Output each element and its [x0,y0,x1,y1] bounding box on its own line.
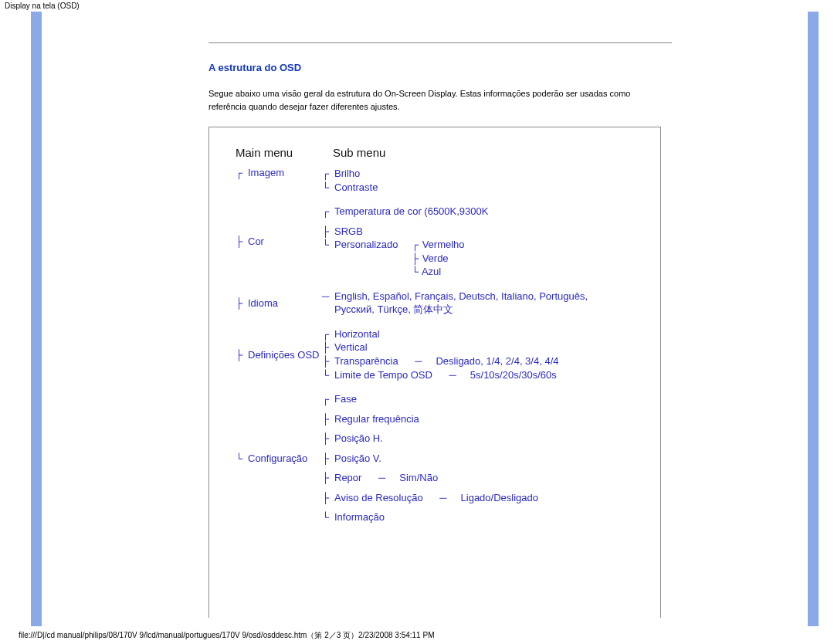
menu-pers-r: Vermelho [422,239,465,250]
tree-connector-icon: ├ [412,252,419,266]
column-head-main: Main menu [236,146,333,159]
osd-tree-box: Main menu Sub menu ┌Imagem ┌Brilho └Cont… [208,127,661,618]
menu-cfg-freq: Regular frequência [334,412,419,426]
tree-connector-icon: ┌ [412,238,419,252]
menu-idioma-line1: English, Español, Français, Deutsch, Ita… [334,290,588,303]
tree-connector-icon: ┌ [322,167,330,181]
tree-connector-icon: ├ [322,491,330,505]
menu-sub-brilho: Brilho [334,167,360,181]
tree-connector-icon: ├ [322,432,330,446]
tree-connector-icon: ─ [438,491,449,505]
tree-connector-icon: ├ [236,349,243,361]
column-head-sub: Sub menu [333,146,385,159]
page-header: Display na tela (OSD) [0,0,834,12]
tree-connector-icon: ─ [447,368,458,382]
menu-main-cor: Cor [248,236,264,247]
tree-connector-icon: ┌ [322,327,330,341]
menu-cfg-ph: Posição H. [334,432,383,446]
menu-pers-g: Verde [422,253,449,264]
tree-connector-icon: ─ [322,290,330,303]
tree-connector-icon: └ [412,265,419,279]
horizontal-rule [208,42,672,43]
menu-main-imagem: Imagem [248,167,284,178]
menu-cfg-repor-val: Sim/Não [399,471,438,485]
menu-cfg-pv: Posição V. [334,452,381,466]
tree-connector-icon: └ [236,452,243,464]
tree-connector-icon: └ [322,238,330,252]
menu-main-osd: Definições OSD [248,349,319,361]
tree-connector-icon: └ [322,510,330,524]
section-heading: A estrutura do OSD [208,62,687,73]
tree-connector-icon: ├ [236,236,243,247]
tree-connector-icon: ├ [322,452,330,466]
menu-osd-h: Horizontal [334,327,380,341]
menu-pers-b: Azul [422,266,441,277]
page-footer: file:///D|/cd manual/philips/08/170V 9/l… [0,630,439,644]
menu-sub-temp: Temperatura de cor (6500K,9300K [334,205,488,219]
menu-osd-trans: Transparência [334,354,398,368]
tree-spacer-icon [322,303,330,317]
tree-connector-icon: ├ [322,471,330,485]
tree-connector-icon: ┌ [322,392,330,406]
tree-connector-icon: ├ [236,297,243,309]
menu-main-idioma: Idioma [248,297,278,309]
tree-connector-icon: ├ [322,412,330,426]
menu-main-config: Configuração [248,452,307,464]
tree-connector-icon: └ [322,368,330,382]
menu-cfg-aviso-val: Ligado/Desligado [461,491,538,505]
tree-connector-icon: ├ [322,354,330,368]
menu-sub-pers: Personalizado [334,238,407,252]
tree-connector-icon: ├ [322,341,330,354]
menu-sub-srgb: SRGB [334,225,363,239]
content-area: A estrutura do OSD Segue abaixo uma visã… [208,12,687,618]
right-decor-stripe [808,12,819,626]
menu-cfg-aviso: Aviso de Resolução [334,491,423,505]
menu-osd-v: Vertical [334,341,368,354]
tree-connector-icon: ├ [322,225,330,239]
menu-sub-contraste: Contraste [334,181,378,195]
tree-connector-icon: ┌ [236,167,243,178]
intro-paragraph: Segue abaixo uma visão geral da estrutur… [208,87,664,113]
tree-connector-icon: ┌ [322,205,330,219]
menu-osd-tempo: Limite de Tempo OSD [334,368,432,382]
tree-connector-icon: ─ [413,354,424,368]
document-page: A estrutura do OSD Segue abaixo uma visã… [0,12,834,637]
left-decor-stripe [31,12,42,626]
tree-connector-icon: └ [322,181,330,195]
menu-idioma-line2: Русский, Türkçe, 简体中文 [334,303,453,317]
menu-cfg-fase: Fase [334,392,357,406]
menu-cfg-repor: Repor [334,471,361,485]
menu-osd-tempo-val: 5s/10s/20s/30s/60s [470,368,557,382]
menu-cfg-info: Informação [334,510,385,524]
menu-osd-trans-val: Desligado, 1/4, 2/4, 3/4, 4/4 [436,354,558,368]
tree-connector-icon: ─ [377,471,388,485]
